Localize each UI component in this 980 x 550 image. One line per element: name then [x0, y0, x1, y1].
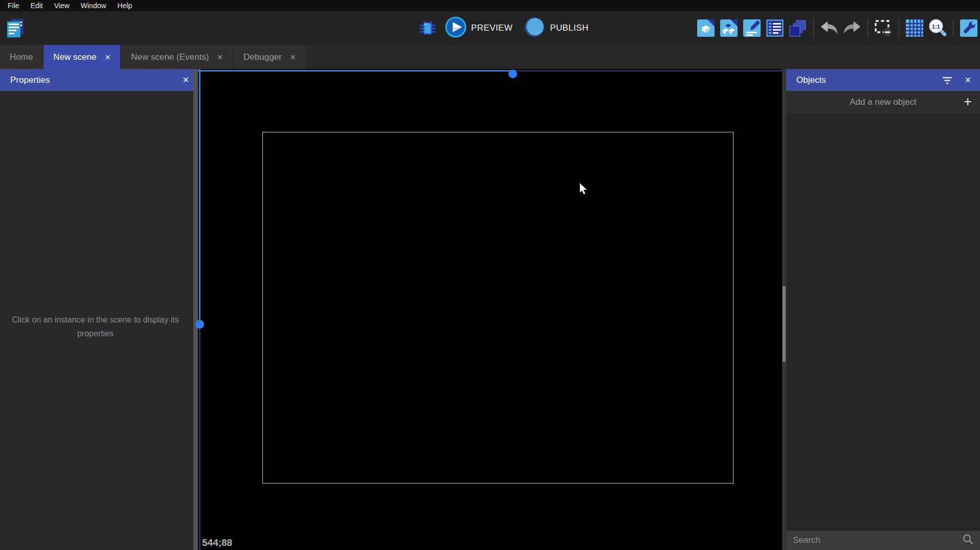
cursor-coordinates: 544;88	[202, 537, 232, 548]
open-properties-panel-icon[interactable]	[743, 19, 761, 37]
toolbar-right-group: 1:1	[697, 11, 978, 45]
scene-canvas[interactable]: 544;88	[198, 69, 786, 550]
toolbar-separator	[867, 18, 868, 38]
preview-play-icon	[445, 16, 466, 40]
search-input[interactable]	[793, 535, 962, 545]
toolbar-separator	[953, 18, 953, 38]
tab-label: New scene (Events)	[131, 52, 209, 62]
preview-label: PREVIEW	[471, 23, 513, 33]
open-instances-list-icon[interactable]	[766, 19, 784, 37]
objects-search-bar	[786, 531, 980, 550]
deselect-all-icon[interactable]	[874, 19, 893, 37]
objects-list-empty-area[interactable]	[786, 113, 980, 531]
tab-new-scene[interactable]: New scene ✕	[43, 45, 120, 69]
menu-help[interactable]: Help	[112, 1, 138, 11]
add-new-object-button[interactable]: Add a new object +	[786, 91, 980, 113]
filter-icon[interactable]	[942, 76, 952, 85]
horizontal-scrollbar[interactable]	[513, 70, 786, 72]
menu-window[interactable]: Window	[75, 1, 112, 11]
close-icon[interactable]: ✕	[217, 53, 223, 61]
tab-home[interactable]: Home	[0, 45, 42, 69]
horizontal-scrollbar[interactable]	[198, 70, 513, 72]
search-icon[interactable]	[962, 534, 973, 547]
toolbar-center-group: PREVIEW PUBLISH	[418, 11, 592, 45]
menu-bar: File Edit View Window Help	[0, 0, 980, 11]
tab-debugger[interactable]: Debugger ✕	[234, 45, 305, 69]
close-icon[interactable]: ✕	[965, 76, 971, 84]
tab-label: Home	[10, 52, 33, 62]
toolbar-separator	[813, 18, 814, 38]
close-icon[interactable]: ✕	[183, 76, 189, 84]
properties-scrollbar-track[interactable]	[193, 69, 198, 550]
zoom-one-to-one-icon[interactable]: 1:1	[928, 19, 947, 37]
publish-label: PUBLISH	[550, 23, 589, 33]
panel-title: Objects	[796, 75, 930, 85]
horizontal-scrollbar-thumb[interactable]	[508, 70, 517, 78]
undo-icon[interactable]	[820, 19, 838, 37]
open-object-groups-icon[interactable]	[720, 19, 738, 37]
game-window-frame	[262, 132, 733, 484]
objects-panel: Objects ✕ Add a new object +	[786, 69, 980, 550]
redo-icon[interactable]	[843, 19, 861, 37]
project-manager-icon[interactable]	[4, 17, 27, 39]
publish-button[interactable]: PUBLISH	[521, 16, 592, 40]
tab-bar: Home New scene ✕ New scene (Events) ✕ De…	[0, 45, 980, 69]
tab-new-scene-events[interactable]: New scene (Events) ✕	[121, 45, 233, 69]
tab-label: New scene	[53, 52, 96, 62]
publish-globe-icon	[524, 16, 545, 40]
mouse-cursor-icon	[579, 182, 588, 198]
close-icon[interactable]: ✕	[104, 53, 110, 61]
toggle-grid-icon[interactable]	[905, 19, 924, 37]
plus-icon[interactable]: +	[964, 95, 972, 109]
zoom-ratio-label: 1:1	[932, 24, 940, 30]
vertical-scrollbar[interactable]	[199, 324, 201, 550]
tab-label: Debugger	[243, 52, 282, 62]
panel-title: Properties	[10, 75, 183, 85]
debug-bug-icon[interactable]	[418, 19, 437, 37]
objects-panel-header: Objects ✕	[786, 69, 980, 91]
properties-empty-message: Click on an instance in the scene to dis…	[11, 313, 180, 340]
main-area: Properties ✕ Click on an instance in the…	[0, 69, 980, 550]
menu-view[interactable]: View	[49, 1, 75, 11]
menu-file[interactable]: File	[2, 1, 25, 11]
toolbar: PREVIEW PUBLISH	[0, 11, 980, 45]
toolbar-separator	[899, 18, 899, 38]
add-new-object-label: Add a new object	[786, 97, 980, 107]
open-layers-panel-icon[interactable]	[789, 19, 807, 37]
properties-panel-header: Properties ✕	[0, 69, 198, 91]
close-icon[interactable]: ✕	[290, 53, 296, 61]
canvas-right-scrollbar-thumb[interactable]	[783, 286, 786, 362]
open-objects-panel-icon[interactable]	[697, 19, 715, 37]
settings-wrench-icon[interactable]	[960, 19, 978, 37]
vertical-scrollbar-thumb[interactable]	[195, 320, 204, 329]
properties-panel: Properties ✕ Click on an instance in the…	[0, 69, 198, 550]
preview-button[interactable]: PREVIEW	[442, 16, 516, 40]
vertical-scrollbar[interactable]	[199, 69, 201, 324]
menu-edit[interactable]: Edit	[25, 1, 49, 11]
